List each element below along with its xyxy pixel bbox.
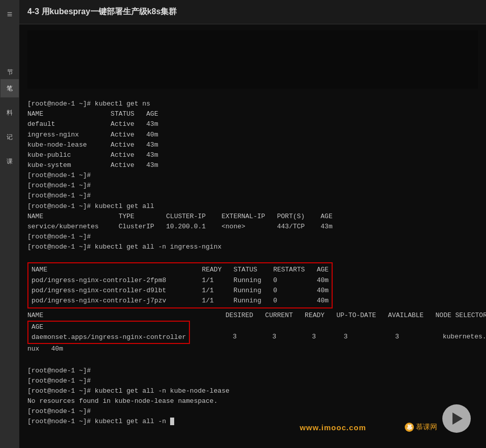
daemonset-table-box: AGE daemonset.apps/ingress-nginx-control…: [27, 321, 190, 344]
watermark-url: www.imooc.com: [300, 423, 366, 432]
daemonset-section: NAME DESIRED CURRENT READY UP-TO-DATE AV…: [27, 311, 478, 355]
brand-label: 慕课网: [416, 423, 437, 432]
record-icon: 记: [7, 133, 13, 142]
lesson-icon: 课: [7, 157, 13, 166]
terminal-output: [root@node-1 ~]# kubectl get ns NAME STA…: [27, 89, 478, 262]
after-prompt-2: [root@node-1 ~]#: [27, 377, 91, 385]
ns-kube-system: kube-system Active 43m: [27, 161, 158, 169]
prompt-get-all: [root@node-1 ~]# kubectl get all: [27, 202, 154, 210]
prompt-line-2: [root@node-1 ~]#: [27, 171, 91, 179]
pod-row-2: pod/ingress-nginx-controller-d9lbt 1/1 R…: [31, 286, 329, 296]
daemonset-row: daemonset.apps/ingress-nginx-controller: [31, 332, 186, 342]
brand-icon: 慕: [405, 423, 414, 432]
notes-icon: 笔: [7, 84, 13, 93]
materials-icon: 料: [7, 109, 13, 117]
ns-kube-public: kube-public Active 43m: [27, 151, 158, 159]
after-prompt-3: [root@node-1 ~]#: [27, 407, 91, 415]
sidebar-item-menu[interactable]: ≡: [1, 5, 19, 23]
prompt-line-1: [root@node-1 ~]# kubectl get ns: [27, 100, 150, 108]
prompt-line-5: [root@node-1 ~]#: [27, 233, 91, 240]
daemonset-age-val: nux 40m: [27, 344, 478, 354]
ns-ingress: ingress-nginx Active 40m: [27, 131, 158, 139]
pod-table-header-row: NAME READY STATUS RESTARTS AGE: [31, 265, 329, 275]
terminal-area: [root@node-1 ~]# kubectl get ns NAME STA…: [19, 24, 486, 448]
ns-default: default Active 43m: [27, 120, 158, 128]
page-title: 4-3 用kubespray一键部署生产级k8s集群: [27, 7, 177, 17]
pod-row-3: pod/ingress-nginx-controller-j7pzv 1/1 R…: [31, 296, 329, 306]
menu-icon: ≡: [7, 9, 13, 20]
ns-kube-node-lease: kube-node-lease Active 43m: [27, 141, 158, 149]
watermark-brand: 慕 慕课网: [405, 423, 437, 432]
after-prompt-1: [root@node-1 ~]#: [27, 367, 91, 374]
daemonset-header-row: NAME DESIRED CURRENT READY UP-TO-DATE AV…: [27, 311, 478, 321]
sidebar-item-notes[interactable]: 笔: [1, 79, 19, 97]
prompt-line-4: [root@node-1 ~]#: [27, 192, 91, 199]
sidebar-item-record[interactable]: 记: [1, 128, 19, 146]
prompt-get-ingress: [root@node-1 ~]# kubectl get all -n ingr…: [27, 243, 221, 251]
final-prompt: [root@node-1 ~]# kubectl get all -n: [27, 418, 174, 425]
header: 4-3 用kubespray一键部署生产级k8s集群: [19, 0, 486, 24]
pod-row-1: pod/ingress-nginx-controller-2fpm8 1/1 R…: [31, 275, 329, 286]
sidebar-item-lesson[interactable]: 课: [1, 152, 19, 170]
pod-table-box: NAME READY STATUS RESTARTS AGE pod/ingre…: [27, 262, 333, 308]
ns-header: NAME STATUS AGE: [27, 110, 158, 118]
terminal-wrapper: [root@node-1 ~]# kubectl get ns NAME STA…: [27, 30, 478, 442]
pod-table-section: NAME READY STATUS RESTARTS AGE pod/ingre…: [27, 262, 478, 308]
sidebar-item-section[interactable]: 节: [1, 55, 19, 73]
daemonset-values: 3 3 3 3 3 kubernetes.io/os=li: [193, 332, 486, 342]
get-all-header: NAME TYPE CLUSTER-IP EXTERNAL-IP PORT(S)…: [27, 213, 333, 220]
sidebar-item-materials[interactable]: 料: [1, 104, 19, 122]
daemonset-age-label: AGE: [31, 322, 186, 332]
terminal-top-dark: [27, 30, 478, 89]
daemonset-row-container: AGE daemonset.apps/ingress-nginx-control…: [27, 321, 478, 344]
play-button[interactable]: [442, 404, 471, 433]
after-get-kube-node: [root@node-1 ~]# kubectl get all -n kube…: [27, 387, 230, 395]
sidebar: ≡ 节 笔 料 记 课: [0, 0, 19, 448]
no-resources-msg: No resources found in kube-node-lease na…: [27, 397, 217, 405]
svc-kubernetes: service/kubernetes ClusterIP 10.200.0.1 …: [27, 223, 333, 230]
play-triangle-icon: [452, 412, 463, 425]
prompt-line-3: [root@node-1 ~]#: [27, 182, 91, 189]
